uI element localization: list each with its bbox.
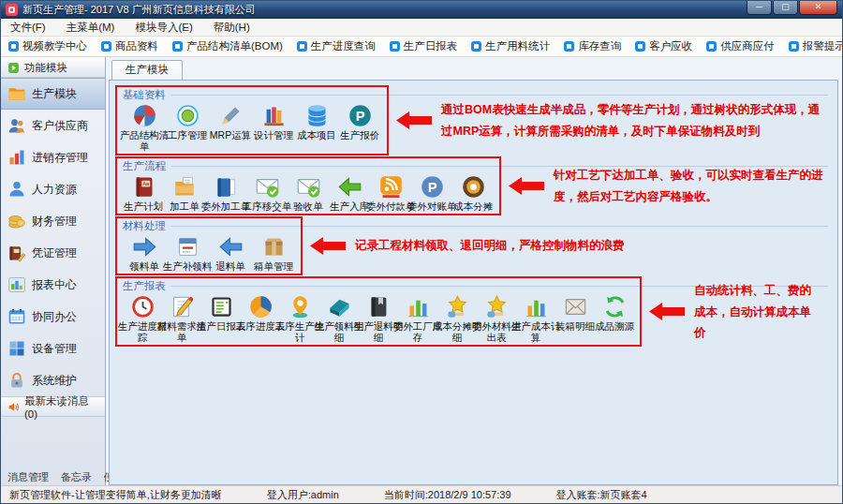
module-item[interactable]: 验收单 <box>288 174 329 212</box>
module-item[interactable]: 生产日报表 <box>201 294 241 343</box>
module-item[interactable]: 成本分摊 <box>452 174 494 212</box>
red-arrow-icon <box>509 177 544 195</box>
module-item[interactable]: 工序移交单 <box>246 174 288 212</box>
group-title: 生产报表 <box>123 279 634 293</box>
toolbar-item-8[interactable]: 供应商应付 <box>706 39 775 53</box>
module-item[interactable]: 材料需求清单 <box>162 294 201 343</box>
speaker-icon <box>7 401 20 413</box>
pencil-icon <box>218 103 244 128</box>
module-item[interactable]: P生产报价 <box>338 103 381 152</box>
toolbar-item-label: 客户应收 <box>649 39 692 53</box>
folder-doc-icon <box>172 174 198 200</box>
menu-item-1[interactable]: 主菜单(M) <box>67 21 115 35</box>
toolbar-item-7[interactable]: 客户应收 <box>635 39 692 53</box>
toolbar-item-2[interactable]: 产品结构清单(BOM) <box>172 39 283 53</box>
module-item[interactable]: Aa生产计划 <box>123 174 164 212</box>
module-item[interactable]: MRP运算 <box>209 103 252 152</box>
module-item[interactable]: 成品溯源 <box>595 294 634 343</box>
group-title: 生产流程 <box>123 159 494 173</box>
sidebar-item-label: 报表中心 <box>32 277 77 293</box>
sidebar-item-4[interactable]: 财务管理 <box>1 205 105 237</box>
annotation-text: 针对工艺下达加工单、验收，可以实时查看生产的进度，然后对工艺内容严格验收。 <box>554 165 830 207</box>
tab-strip: 生产模块 <box>109 60 838 80</box>
people-icon <box>7 116 26 135</box>
menu-item-0[interactable]: 文件(F) <box>10 21 46 35</box>
pencil-doc-icon <box>170 294 195 319</box>
module-item[interactable]: P委外对账单 <box>411 174 452 212</box>
module-item[interactable]: 加工单 <box>164 174 205 212</box>
group-title: 基础资料 <box>123 88 381 102</box>
status-bar: 新页管理软件-让管理变得简单,让财务更加清晰 登入用户:admin 当前时间:2… <box>1 485 842 503</box>
tab-production-module[interactable]: 生产模块 <box>111 60 183 80</box>
lock-icon <box>7 371 26 390</box>
toolbar-item-0[interactable]: 视频教学中心 <box>8 39 87 53</box>
minimize-button[interactable]: ─ <box>747 1 772 15</box>
red-arrow-icon <box>396 111 432 129</box>
module-group-2: 材料处理领料单生产补领料退料单箱单管理记录工程材料领取、退回明细，严格控制物料的… <box>115 216 832 275</box>
book-red-icon: Aa <box>131 174 156 200</box>
menu-item-3[interactable]: 帮助(H) <box>214 21 250 35</box>
toolbar-item-9[interactable]: 报警提示 <box>789 39 843 53</box>
status-slogan: 新页管理软件-让管理变得简单,让财务更加清晰 <box>9 488 222 502</box>
module-item[interactable]: 箱单管理 <box>252 234 295 272</box>
module-item-label: 成本分摊 <box>448 200 498 212</box>
database-icon <box>304 103 330 128</box>
group-title: 材料处理 <box>123 219 295 233</box>
sidebar-item-0[interactable]: 生产模块 <box>1 78 105 110</box>
window-controls: ─▢✕ <box>747 1 837 15</box>
sidebar-item-8[interactable]: 设备管理 <box>1 333 105 364</box>
module-item[interactable]: 成本项目 <box>295 103 338 152</box>
module-item[interactable]: 领料单 <box>123 234 166 272</box>
sidebar-footer-link-0[interactable]: 消息管理 <box>7 470 49 484</box>
pie-chart-icon <box>132 103 157 128</box>
toolbar-item-3[interactable]: 生产进度查询 <box>297 39 376 53</box>
sidebar-item-9[interactable]: 系统维护 <box>1 364 105 396</box>
status-current-time: 当前时间:2018/2/9 10:57:39 <box>384 488 511 502</box>
module-item[interactable]: 工序管理 <box>166 103 209 152</box>
unread-messages-label: 最新未读消息 (0) <box>24 394 98 420</box>
sidebar: 功能模块 生产模块客户供应商进销存管理人力资源财务管理凭证管理报表中心协同办公设… <box>1 57 106 485</box>
sidebar-item-2[interactable]: 进销存管理 <box>1 141 105 173</box>
module-item[interactable]: 委外付款单 <box>370 174 411 212</box>
toolbar-item-6[interactable]: 库存查询 <box>564 39 621 53</box>
toolbar-item-4[interactable]: 生产日报表 <box>390 39 458 53</box>
annotation-text: 记录工程材料领取、退回明细，严格控制物料的浪费 <box>355 235 625 257</box>
sidebar-item-7[interactable]: 协同办公 <box>1 301 105 333</box>
module-item[interactable]: 装箱明细 <box>555 294 595 343</box>
folder-icon <box>7 84 26 103</box>
module-item[interactable]: 设计管理 <box>252 103 295 152</box>
toolbar-item-1[interactable]: 商品资料 <box>101 39 158 53</box>
toolbar-checkbox-icon <box>297 41 307 52</box>
menu-item-2[interactable]: 模块导入(E) <box>135 21 192 35</box>
sidebar-item-label: 进销存管理 <box>32 150 88 166</box>
annotation: 针对工艺下达加工单、验收，可以实时查看生产的进度，然后对工艺内容严格验收。 <box>501 165 832 207</box>
toolbar-item-5[interactable]: 生产用料统计 <box>471 39 550 53</box>
menu-bar: 文件(F)主菜单(M)模块导入(E)帮助(H) <box>1 19 842 37</box>
unread-messages-bar[interactable]: 最新未读消息 (0) <box>1 396 105 417</box>
module-item[interactable]: 退料单 <box>209 234 252 272</box>
books-icon <box>261 103 287 128</box>
module-item[interactable]: 产品结构清单 <box>123 103 166 152</box>
sidebar-footer-link-1[interactable]: 备忘录 <box>61 470 92 484</box>
module-item[interactable]: 生产成本计算 <box>516 294 555 343</box>
module-item-label: 生产报价 <box>334 129 385 141</box>
app-logo-icon <box>6 4 18 16</box>
maximize-button[interactable]: ▢ <box>773 1 798 15</box>
sidebar-item-1[interactable]: 客户供应商 <box>1 110 105 141</box>
close-button[interactable]: ✕ <box>799 1 837 15</box>
toolbar-item-label: 生产日报表 <box>404 39 458 53</box>
module-group-1: 生产流程Aa生产计划加工单委外加工单工序移交单验收单生产入库委外付款单P委外对账… <box>115 156 832 215</box>
sidebar-item-6[interactable]: 报表中心 <box>1 269 105 301</box>
sidebar-item-5[interactable]: 凭证管理 <box>1 237 105 269</box>
red-arrow-icon <box>649 303 685 320</box>
sidebar-item-3[interactable]: 人力资源 <box>1 173 105 205</box>
bar-chart-icon <box>7 148 26 167</box>
module-item[interactable]: 生产入库 <box>329 174 370 212</box>
module-item[interactable]: 委外加工单 <box>205 174 246 212</box>
annotation-text: 自动统计料、工、费的成本，自动计算成本单价 <box>694 280 816 344</box>
module-item[interactable]: 生产补领料 <box>166 234 209 272</box>
toolbar-checkbox-icon <box>635 41 645 52</box>
module-item-label: 成品溯源 <box>589 320 640 332</box>
toolbar-checkbox-icon <box>172 41 183 52</box>
toolbar-item-label: 生产进度查询 <box>311 39 376 53</box>
